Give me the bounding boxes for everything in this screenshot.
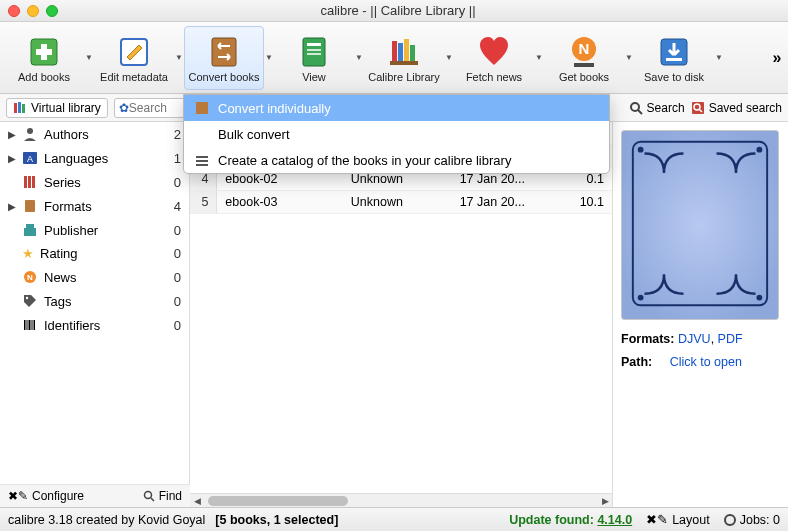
gear-icon[interactable]: ✿ [119, 101, 129, 115]
sidebar-item-label: Publisher [44, 223, 98, 238]
formats-label: Formats: [621, 332, 674, 346]
series-icon [22, 174, 38, 190]
status-app-info: calibre 3.18 created by Kovid Goyal [8, 513, 205, 527]
sidebar-item-authors[interactable]: ▶ Authors 2 [0, 122, 189, 146]
horizontal-scrollbar[interactable]: ◀ ▶ [190, 493, 612, 507]
category-sidebar: ▶ Authors 2 ▶ A Languages 1 Series 0 ▶ F… [0, 122, 190, 507]
status-book-count: [5 books, 1 selected] [215, 513, 338, 527]
svg-rect-42 [32, 320, 33, 330]
save-to-disk-dropdown[interactable]: ▼ [714, 28, 724, 88]
scrollbar-thumb[interactable] [208, 496, 348, 506]
svg-rect-51 [196, 102, 208, 114]
layout-button[interactable]: ✖✎ Layout [646, 512, 710, 527]
toolbar-overflow[interactable]: » [770, 49, 784, 67]
fetch-news-dropdown[interactable]: ▼ [534, 28, 544, 88]
add-books-label: Add books [18, 71, 70, 83]
menu-item-bulk-convert[interactable]: Bulk convert [184, 121, 609, 147]
find-button[interactable]: Find [143, 489, 182, 503]
sidebar-item-identifiers[interactable]: Identifiers 0 [0, 313, 189, 337]
main-split: ▶ Authors 2 ▶ A Languages 1 Series 0 ▶ F… [0, 122, 788, 507]
sidebar-item-rating[interactable]: ★ Rating 0 [0, 242, 189, 265]
svg-rect-18 [666, 58, 682, 61]
edit-metadata-dropdown[interactable]: ▼ [174, 28, 184, 88]
get-books-button[interactable]: N Get books [544, 26, 624, 90]
scroll-left-icon[interactable]: ◀ [190, 496, 204, 506]
scroll-right-icon[interactable]: ▶ [598, 496, 612, 506]
svg-text:N: N [579, 40, 590, 57]
save-to-disk-label: Save to disk [644, 71, 704, 83]
saved-search-button[interactable]: Saved search [691, 101, 782, 115]
svg-point-48 [756, 295, 762, 301]
search-button[interactable]: Search [629, 101, 685, 115]
menu-item-create-catalog[interactable]: Create a catalog of the books in your ca… [184, 147, 609, 173]
calibre-library-button[interactable]: Calibre Library [364, 26, 444, 90]
configure-label: Configure [32, 489, 84, 503]
add-books-button[interactable]: Add books [4, 26, 84, 90]
menu-item-label: Create a catalog of the books in your ca… [218, 153, 511, 168]
path-label: Path: [621, 355, 652, 369]
svg-line-23 [638, 110, 642, 114]
svg-rect-52 [196, 156, 208, 158]
svg-point-49 [144, 492, 151, 499]
sidebar-item-news[interactable]: N News 0 [0, 265, 189, 289]
virtual-library-button[interactable]: Virtual library [6, 98, 108, 118]
svg-rect-20 [18, 102, 21, 113]
svg-rect-5 [303, 38, 325, 66]
add-books-dropdown[interactable]: ▼ [84, 28, 94, 88]
news-icon: N [22, 269, 38, 285]
sidebar-item-publisher[interactable]: Publisher 0 [0, 218, 189, 242]
format-link-djvu[interactable]: DJVU [678, 332, 711, 346]
get-books-icon: N [565, 33, 603, 71]
sidebar-item-series[interactable]: Series 0 [0, 170, 189, 194]
jobs-button[interactable]: Jobs: 0 [724, 513, 780, 527]
convert-books-dropdown[interactable]: ▼ [264, 28, 274, 88]
svg-rect-54 [196, 164, 208, 166]
sidebar-item-count: 0 [174, 270, 181, 285]
disclosure-triangle-icon[interactable]: ▶ [8, 153, 16, 164]
configure-button[interactable]: ✖✎ Configure [8, 489, 84, 503]
svg-rect-33 [25, 200, 35, 212]
svg-rect-32 [32, 176, 35, 188]
sidebar-item-count: 2 [174, 127, 181, 142]
title-bar: calibre - || Calibre Library || [0, 0, 788, 22]
view-dropdown[interactable]: ▼ [354, 28, 364, 88]
spacer [194, 126, 210, 142]
get-books-dropdown[interactable]: ▼ [624, 28, 634, 88]
menu-item-convert-individually[interactable]: Convert individually [184, 95, 609, 121]
table-row[interactable]: 5 ebook-03 Unknown 17 Jan 20... 10.1 [190, 191, 612, 214]
get-books-label: Get books [559, 71, 609, 83]
convert-books-button[interactable]: Convert books [184, 26, 264, 90]
disclosure-triangle-icon[interactable]: ▶ [8, 201, 16, 212]
disclosure-triangle-icon[interactable]: ▶ [8, 129, 16, 140]
edit-metadata-button[interactable]: Edit metadata [94, 26, 174, 90]
svg-rect-43 [34, 320, 36, 330]
view-button[interactable]: View [274, 26, 354, 90]
sidebar-item-count: 0 [174, 175, 181, 190]
sidebar-item-label: Identifiers [44, 318, 100, 333]
heart-icon [475, 33, 513, 71]
format-link-pdf[interactable]: PDF [718, 332, 743, 346]
cell-date: 17 Jan 20... [452, 191, 555, 214]
sidebar-item-formats[interactable]: ▶ Formats 4 [0, 194, 189, 218]
svg-rect-11 [398, 43, 403, 61]
row-index: 5 [190, 191, 217, 214]
sidebar-item-count: 0 [174, 318, 181, 333]
sidebar-item-tags[interactable]: Tags 0 [0, 289, 189, 313]
convert-books-menu: Convert individually Bulk convert Create… [183, 94, 610, 174]
fetch-news-button[interactable]: Fetch news [454, 26, 534, 90]
path-link[interactable]: Click to open [670, 355, 742, 369]
book-icon [22, 198, 38, 214]
sidebar-item-languages[interactable]: ▶ A Languages 1 [0, 146, 189, 170]
menu-item-label: Bulk convert [218, 127, 290, 142]
edit-metadata-icon [115, 33, 153, 71]
saved-search-icon [691, 101, 705, 115]
sidebar-item-label: News [44, 270, 77, 285]
save-to-disk-button[interactable]: Save to disk [634, 26, 714, 90]
svg-rect-19 [14, 103, 17, 113]
update-version-link[interactable]: 4.14.0 [597, 513, 632, 527]
svg-rect-30 [24, 176, 27, 188]
book-cover[interactable] [621, 130, 779, 320]
calibre-library-label: Calibre Library [368, 71, 440, 83]
calibre-library-dropdown[interactable]: ▼ [444, 28, 454, 88]
window-title: calibre - || Calibre Library || [16, 3, 780, 18]
